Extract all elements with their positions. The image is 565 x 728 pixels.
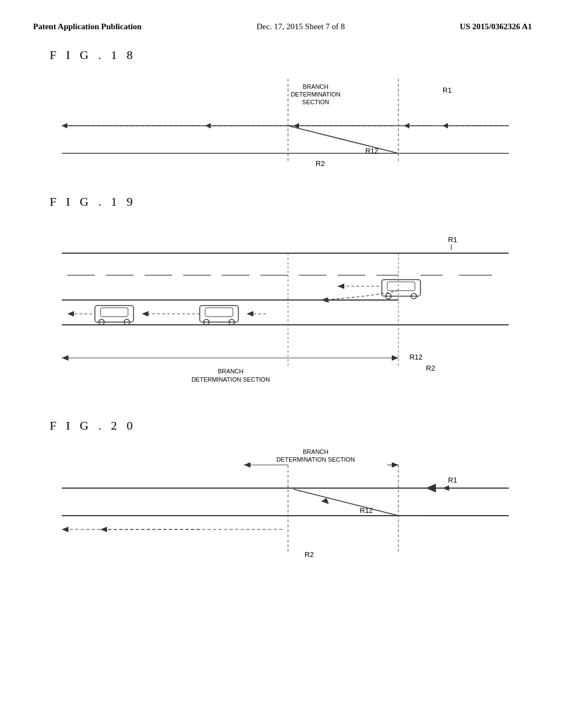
svg-marker-59 (62, 355, 68, 361)
svg-marker-81 (321, 498, 329, 504)
svg-line-16 (288, 126, 398, 153)
fig19-label: F I G . 1 9 (50, 195, 532, 209)
fig18-label: F I G . 1 8 (50, 48, 532, 62)
fig18-diagram: BRANCH DETERMINATION SECTION R1 (33, 73, 532, 173)
svg-marker-53 (67, 311, 74, 317)
svg-marker-89 (426, 484, 436, 493)
svg-rect-38 (387, 282, 415, 291)
svg-marker-73 (392, 462, 398, 468)
header-right: US 2015/0362326 A1 (460, 22, 532, 31)
svg-text:DETERMINATION: DETERMINATION (291, 91, 340, 98)
svg-marker-61 (392, 355, 398, 361)
figure-19-section: F I G . 1 9 R1 (33, 195, 532, 397)
svg-text:R1: R1 (448, 476, 457, 484)
svg-marker-55 (142, 311, 148, 317)
svg-text:BRANCH: BRANCH (303, 83, 329, 90)
svg-marker-86 (62, 527, 68, 532)
svg-rect-45 (100, 308, 128, 317)
svg-marker-57 (247, 311, 253, 317)
figure-18-section: F I G . 1 8 BRANCH DETERMINATION SECTION… (33, 48, 532, 173)
svg-text:R2: R2 (316, 159, 325, 168)
fig20-diagram: BRANCH DETERMINATION SECTION R1 (33, 444, 532, 565)
svg-text:R12: R12 (360, 506, 373, 515)
svg-marker-13 (205, 123, 211, 129)
svg-text:R12: R12 (365, 147, 379, 155)
svg-text:BRANCH: BRANCH (303, 448, 329, 455)
svg-marker-20 (443, 123, 448, 129)
svg-marker-71 (244, 462, 250, 468)
svg-text:R2: R2 (426, 364, 435, 372)
fig19-diagram: R1 (33, 220, 532, 397)
svg-marker-9 (404, 123, 409, 129)
svg-rect-49 (205, 308, 233, 317)
svg-text:R2: R2 (305, 550, 314, 559)
figure-20-section: F I G . 2 0 BRANCH DETERMINATION SECTION… (33, 419, 532, 565)
svg-marker-41 (321, 297, 329, 303)
svg-line-80 (294, 489, 398, 516)
header: Patent Application Publication Dec. 17, … (33, 22, 532, 31)
fig20-label: F I G . 2 0 (50, 419, 532, 433)
header-left: Patent Application Publication (33, 22, 142, 31)
svg-marker-15 (62, 123, 67, 129)
header-center: Dec. 17, 2015 Sheet 7 of 8 (257, 22, 345, 31)
svg-text:R1: R1 (448, 235, 457, 244)
svg-text:DETERMINATION SECTION: DETERMINATION SECTION (276, 456, 355, 463)
svg-text:BRANCH: BRANCH (218, 368, 244, 374)
svg-text:R1: R1 (443, 86, 452, 94)
svg-marker-43 (338, 283, 344, 289)
svg-text:R12: R12 (409, 353, 423, 361)
svg-text:DETERMINATION SECTION: DETERMINATION SECTION (191, 376, 270, 383)
svg-text:SECTION: SECTION (302, 99, 329, 105)
page: Patent Application Publication Dec. 17, … (0, 0, 565, 728)
svg-marker-88 (100, 527, 107, 532)
